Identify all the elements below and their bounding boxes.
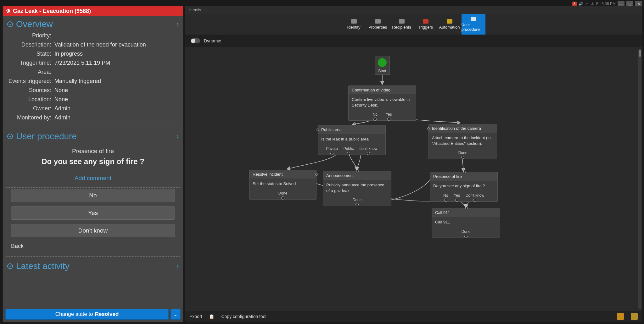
field-value	[54, 32, 179, 39]
node-body: Attach camera to the incident (in "Attac…	[429, 133, 497, 151]
field-label: Location:	[7, 96, 54, 103]
tab-user-procedure[interactable]: User procedure	[462, 14, 485, 35]
flow-canvas[interactable]: Start Confirmation of video Confirm live…	[185, 47, 642, 311]
section-overview-header[interactable]: − Overview ›	[3, 16, 183, 31]
node-output[interactable]: Done	[353, 198, 362, 205]
tray-icon[interactable]: ⚠	[585, 2, 589, 6]
field-value: None	[54, 96, 179, 103]
tab-automation[interactable]: Automation	[438, 14, 462, 35]
node-input-port[interactable]	[316, 129, 319, 131]
add-comment-link[interactable]: Add comment	[3, 175, 183, 182]
collapse-icon[interactable]: −	[7, 21, 13, 27]
field-label: Events triggered:	[7, 78, 54, 85]
node-body: Set the status to Solved	[249, 178, 316, 191]
hazard-icon: ⚗	[6, 8, 10, 14]
export-button[interactable]: Export	[189, 314, 202, 319]
node-input-port[interactable]	[465, 207, 468, 209]
node-output[interactable]: Done	[462, 229, 471, 237]
divider	[6, 256, 180, 257]
chevron-right-icon[interactable]: ›	[176, 20, 179, 28]
back-link[interactable]: Back	[3, 237, 183, 255]
node-input-port[interactable]	[463, 171, 466, 173]
node-body: Confirm live video is viewable in Securi…	[349, 94, 416, 112]
tab-triggers[interactable]: Triggers	[414, 14, 438, 35]
node-output[interactable]: don't know	[360, 146, 378, 154]
node-output[interactable]: No	[373, 112, 378, 120]
flow-node-call-911[interactable]: Call 911 Call 911 Done	[432, 208, 500, 238]
copy-config-button[interactable]: Copy configuration tool	[221, 314, 266, 319]
node-output[interactable]: Done	[458, 151, 468, 158]
editor-bottom-bar: Export 📋 Copy configuration tool	[185, 311, 642, 322]
field-label: Monitored by:	[7, 114, 54, 121]
answer-dont-know-button[interactable]: Don't know	[11, 224, 175, 237]
context-tab[interactable]: it trails	[185, 6, 206, 14]
config-toolbar: Identity Properties Recipients Triggers …	[185, 14, 642, 35]
start-dot-icon	[378, 58, 387, 67]
tray-icon[interactable]: 🖧	[591, 2, 594, 6]
node-output[interactable]: Yes	[454, 193, 460, 201]
chevron-right-icon[interactable]: ›	[176, 262, 179, 270]
field-label: Owner:	[7, 105, 54, 112]
field-label: Priority:	[7, 32, 54, 39]
change-state-more-button[interactable]: ...	[171, 309, 181, 320]
node-output[interactable]: Done	[278, 191, 288, 199]
identity-icon	[351, 19, 357, 24]
overview-fields: Priority: Description: Validation of the…	[3, 31, 183, 125]
node-input-port[interactable]	[427, 127, 430, 130]
status-indicator-icon[interactable]	[631, 313, 638, 320]
properties-icon	[375, 19, 381, 24]
field-value: In progress	[54, 51, 179, 57]
flag-icon	[423, 19, 428, 24]
dynamic-toggle[interactable]	[191, 38, 200, 43]
status-indicator-icon[interactable]	[617, 313, 624, 320]
canvas-vertical-scrollbar[interactable]	[638, 49, 641, 309]
flow-node-confirm-video[interactable]: Confirmation of video Confirm live video…	[348, 85, 416, 121]
chevron-right-icon[interactable]: ›	[176, 132, 179, 140]
flow-node-identify-camera[interactable]: Identification of the camera Attach came…	[428, 124, 497, 159]
node-input-port[interactable]	[315, 173, 318, 176]
node-title: Resolve incident	[249, 170, 316, 178]
tab-recipients[interactable]: Recipients	[390, 14, 414, 35]
field-value: Admin	[54, 105, 179, 112]
section-user-procedure-header[interactable]: − User procedure ›	[3, 128, 183, 143]
start-label: Start	[378, 69, 386, 73]
flow-node-announcement[interactable]: Announcement Publicly announce the prese…	[323, 171, 391, 206]
node-output[interactable]: No	[443, 193, 448, 201]
node-output[interactable]: Don't know	[466, 193, 484, 201]
node-title: Call 911	[432, 208, 500, 217]
tab-properties[interactable]: Properties	[366, 14, 390, 35]
field-value: None	[54, 87, 179, 94]
node-title: Presence of fire	[430, 172, 497, 181]
change-state-button[interactable]: Change state to Resolved	[5, 309, 169, 320]
notification-badge[interactable]: 3	[572, 2, 577, 6]
node-input-port[interactable]	[356, 170, 359, 172]
section-latest-activity-header[interactable]: + Latest activity ›	[3, 258, 183, 273]
change-state-prefix: Change state to	[55, 311, 93, 317]
flow-node-presence-fire[interactable]: Presence of fire Do you see any sign of …	[430, 172, 498, 202]
context-tab-row: it trails	[185, 6, 642, 14]
expand-icon[interactable]: +	[7, 263, 13, 269]
document-icon	[471, 17, 476, 21]
flow-node-resolve[interactable]: Resolve incident Set the status to Solve…	[249, 170, 316, 200]
step-question: Do you see any sign of fire ?	[6, 157, 180, 166]
field-value: 7/23/2021 5:11:19 PM	[54, 60, 179, 66]
flow-node-public-area[interactable]: Public area Is the leak in a public area…	[318, 125, 386, 155]
node-output[interactable]: Private	[326, 146, 338, 154]
procedure-step: Presence of fire Do you see any sign of …	[3, 143, 183, 168]
section-title: Overview	[16, 19, 53, 29]
field-value: Manually triggered	[54, 78, 179, 85]
field-label: State:	[7, 51, 54, 57]
node-title: Identification of the camera	[429, 124, 497, 133]
answer-yes-button[interactable]: Yes	[11, 206, 175, 220]
procedure-editor: it trails Identity Properties Recipients…	[185, 6, 642, 322]
node-title: Confirmation of video	[349, 86, 416, 94]
flow-start-node[interactable]: Start	[375, 56, 390, 75]
collapse-icon[interactable]: −	[7, 134, 13, 139]
tray-icon[interactable]: 🔊	[579, 2, 583, 6]
node-output[interactable]: Yes	[386, 112, 392, 120]
node-title: Announcement	[323, 171, 391, 180]
tab-identity[interactable]: Identity	[342, 14, 366, 35]
answer-no-button[interactable]: No	[11, 189, 175, 202]
node-output[interactable]: Public	[344, 146, 354, 154]
recipients-icon	[399, 19, 405, 24]
